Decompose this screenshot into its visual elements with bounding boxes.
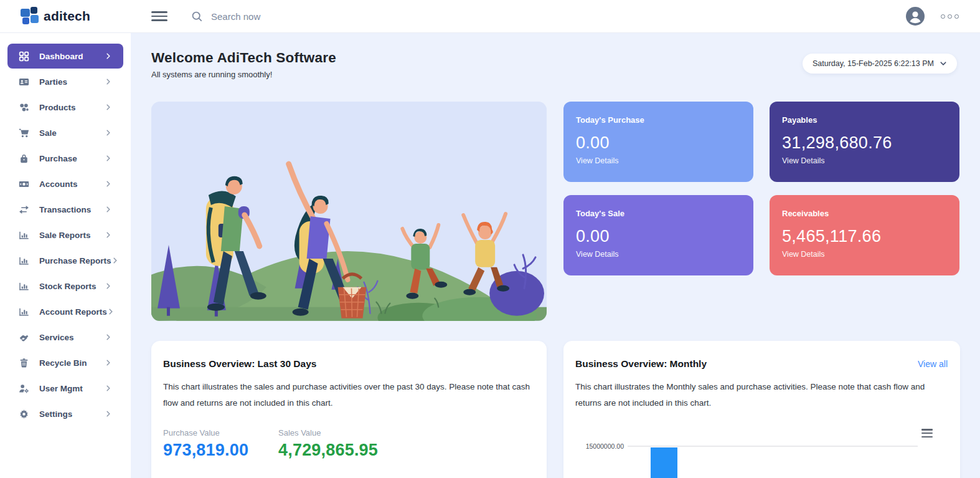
more-options-icon[interactable] xyxy=(938,12,961,21)
chevron-right-icon xyxy=(105,78,112,85)
welcome-block: Welcome AdiTech Software All systems are… xyxy=(151,50,336,79)
trash-icon xyxy=(19,358,29,368)
stat-card-receivables[interactable]: Receivables 5,465,117.66 View Details xyxy=(770,195,959,275)
stat-card-today-s-sale[interactable]: Today's Sale 0.00 View Details xyxy=(563,195,753,275)
cart-icon xyxy=(19,128,29,138)
sidebar-item-label: Transactions xyxy=(39,205,91,214)
stat-card-today-s-purchase[interactable]: Today's Purchase 0.00 View Details xyxy=(563,102,753,182)
sales-value-block: Sales Value 4,729,865.95 xyxy=(278,428,378,460)
stat-card-value: 0.00 xyxy=(576,227,741,246)
datetime-text: Saturday, 15-Feb-2025 6:22:13 PM xyxy=(813,59,934,68)
card-title: Business Overview: Last 30 Days xyxy=(163,358,316,370)
stat-card-value: 5,465,117.66 xyxy=(782,227,947,246)
stat-card-payables[interactable]: Payables 31,298,680.76 View Details xyxy=(770,102,959,182)
sales-value: 4,729,865.95 xyxy=(278,441,378,460)
card-title: Business Overview: Monthly xyxy=(575,358,707,370)
chart-menu-icon[interactable] xyxy=(921,429,933,437)
chevron-right-icon xyxy=(105,282,112,290)
chevron-right-icon xyxy=(105,359,112,366)
purchase-value-block: Purchase Value 973,819.00 xyxy=(163,428,278,460)
menu-toggle-icon[interactable] xyxy=(151,10,167,22)
products-icon xyxy=(19,102,29,113)
handshake-icon xyxy=(19,332,29,343)
sidebar: Dashboard Parties Products Sale Purchase… xyxy=(0,32,131,478)
sidebar-item-account-reports[interactable]: Account Reports xyxy=(7,299,123,324)
cash-icon xyxy=(19,179,29,189)
sidebar-item-stock-reports[interactable]: Stock Reports xyxy=(7,274,123,299)
sidebar-item-label: Stock Reports xyxy=(39,282,97,291)
y-axis-tick-label: 15000000.00 xyxy=(584,442,624,450)
report-icon xyxy=(19,281,29,292)
sidebar-item-label: Recycle Bin xyxy=(39,358,87,368)
top-bar: aditech xyxy=(0,0,980,33)
sidebar-item-dashboard[interactable]: Dashboard xyxy=(7,44,123,69)
report-icon xyxy=(19,230,29,241)
page-subtitle: All systems are running smoothly! xyxy=(151,70,336,79)
purchase-value-label: Purchase Value xyxy=(163,428,278,437)
card-description: This chart illustrates the sales and pur… xyxy=(163,379,533,412)
user-gear-icon xyxy=(19,383,29,394)
hero-illustration-card xyxy=(151,102,547,321)
report-icon xyxy=(19,307,29,317)
bar-series-segment[interactable] xyxy=(651,447,677,478)
view-all-link[interactable]: View all xyxy=(918,359,948,369)
card-description: This chart illustrates the Monthly sales… xyxy=(575,379,946,412)
chevron-right-icon xyxy=(105,180,112,188)
sidebar-item-products[interactable]: Products xyxy=(7,95,123,120)
family-hiking-illustration xyxy=(151,102,547,321)
sidebar-item-settings[interactable]: Settings xyxy=(7,401,123,426)
sidebar-item-services[interactable]: Services xyxy=(7,325,123,350)
sidebar-item-label: Services xyxy=(39,333,74,342)
sidebar-nav: Dashboard Parties Products Sale Purchase… xyxy=(0,32,131,426)
datetime-dropdown[interactable]: Saturday, 15-Feb-2025 6:22:13 PM xyxy=(803,54,957,74)
chevron-down-icon xyxy=(940,60,947,67)
sidebar-item-label: Sale Reports xyxy=(39,231,91,240)
search-input[interactable] xyxy=(210,11,362,22)
main-content: Welcome AdiTech Software All systems are… xyxy=(131,32,980,478)
sidebar-item-sale[interactable]: Sale xyxy=(7,120,123,145)
chevron-right-icon xyxy=(105,231,112,239)
chevron-right-icon xyxy=(105,385,112,392)
gear-icon xyxy=(19,409,29,419)
chevron-right-icon xyxy=(105,333,112,341)
id-card-icon xyxy=(19,77,29,87)
chevron-right-icon xyxy=(105,103,112,111)
sidebar-item-parties[interactable]: Parties xyxy=(7,69,123,94)
sidebar-item-label: Account Reports xyxy=(39,307,107,317)
sidebar-item-label: Parties xyxy=(39,77,67,87)
business-overview-monthly-card: Business Overview: Monthly View all This… xyxy=(563,341,960,478)
sidebar-item-user-mgmt[interactable]: User Mgmt xyxy=(7,376,123,401)
business-overview-30days-card: Business Overview: Last 30 Days This cha… xyxy=(151,341,547,478)
sidebar-item-accounts[interactable]: Accounts xyxy=(7,171,123,196)
page-title: Welcome AdiTech Software xyxy=(151,50,336,66)
stat-card-label: Receivables xyxy=(782,209,947,218)
bag-icon xyxy=(19,153,29,164)
chevron-right-icon xyxy=(105,155,112,162)
sidebar-item-purchase[interactable]: Purchase xyxy=(7,146,123,171)
sidebar-item-recycle-bin[interactable]: Recycle Bin xyxy=(7,350,123,375)
sidebar-item-purchase-reports[interactable]: Purchase Reports xyxy=(7,248,123,273)
sidebar-item-transactions[interactable]: Transactions xyxy=(7,197,123,222)
user-avatar-icon[interactable] xyxy=(906,7,925,26)
stat-card-value: 31,298,680.76 xyxy=(782,133,947,153)
stat-card-view-details-link[interactable]: View Details xyxy=(782,250,947,259)
chevron-right-icon xyxy=(105,410,112,418)
grid-icon xyxy=(19,51,29,62)
gridline xyxy=(628,446,918,447)
stat-card-view-details-link[interactable]: View Details xyxy=(576,250,741,259)
stat-card-label: Today's Sale xyxy=(576,209,741,218)
swap-icon xyxy=(19,204,29,215)
sidebar-item-label: Accounts xyxy=(39,179,78,189)
chevron-right-icon xyxy=(105,206,112,213)
logo-cube-icon xyxy=(21,7,39,26)
chevron-right-icon xyxy=(105,129,112,136)
stat-card-view-details-link[interactable]: View Details xyxy=(782,156,947,165)
logo-text: aditech xyxy=(44,9,90,24)
stat-card-view-details-link[interactable]: View Details xyxy=(576,156,741,165)
sidebar-item-label: Purchase Reports xyxy=(39,256,111,265)
sidebar-item-sale-reports[interactable]: Sale Reports xyxy=(7,222,123,247)
chevron-right-icon xyxy=(105,52,112,60)
purchase-value: 973,819.00 xyxy=(163,441,278,460)
monthly-bar-chart: 15000000.00 10000000.00 xyxy=(575,420,948,478)
report-icon xyxy=(19,256,29,266)
